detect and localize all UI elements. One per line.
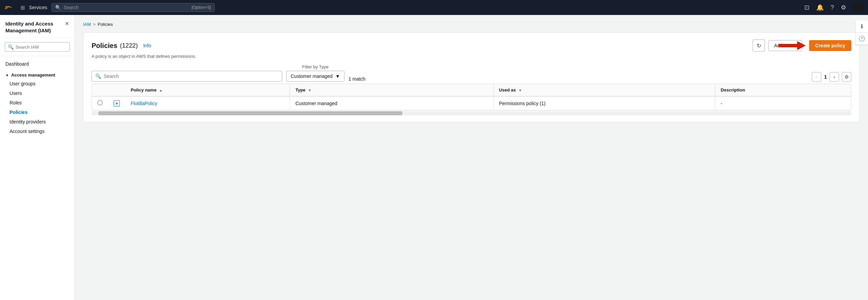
- row-expand-button[interactable]: +: [114, 100, 120, 106]
- actions-chevron-icon: ▼: [792, 43, 797, 48]
- page-number: 1: [824, 74, 827, 80]
- table-header: Policy name ▲ Type ▼ Used: [92, 84, 851, 96]
- match-count: 1 match: [349, 76, 366, 82]
- sort-policy-name-icon: ▲: [159, 88, 163, 92]
- policy-name-cell: FlotillaPolicy: [125, 96, 290, 110]
- col-description: Description: [715, 84, 851, 96]
- sidebar: Identity and Access Management (IAM) ✕ 🔍…: [0, 15, 75, 300]
- panel-description: A policy is an object in AWS that define…: [92, 54, 851, 59]
- sidebar-header: Identity and Access Management (IAM) ✕: [0, 15, 75, 38]
- table-row: + FlotillaPolicy Customer managed Permis…: [92, 96, 851, 110]
- sidebar-search[interactable]: 🔍: [5, 42, 70, 52]
- panel-title: Policies: [92, 42, 117, 50]
- triangle-icon: ▼: [5, 73, 9, 77]
- policies-table: Policy name ▲ Type ▼ Used: [92, 84, 851, 110]
- policy-used-as-cell: Permissions policy (1): [494, 96, 715, 110]
- col-type[interactable]: Type ▼: [290, 84, 493, 96]
- policies-panel: Policies (1222) Info ↻ Actions ▼: [83, 32, 860, 122]
- col-policy-name[interactable]: Policy name ▲: [125, 84, 290, 96]
- sidebar-title: Identity and Access Management (IAM): [5, 20, 65, 34]
- help-icon[interactable]: ?: [831, 4, 834, 11]
- filter-type-value: Customer managed: [291, 73, 333, 79]
- table-scrollbar[interactable]: [92, 111, 851, 115]
- search-wrap: 🔍: [92, 71, 282, 82]
- policy-search-input[interactable]: [104, 73, 278, 79]
- top-navigation: aws ⊞ Services 🔍 [Option+S] ⊡ 🔔 ? ⚙: [0, 0, 868, 15]
- panel-count: (1222): [120, 42, 138, 49]
- filter-dropdown-icon: ▼: [335, 73, 340, 79]
- aws-logo[interactable]: aws: [4, 4, 16, 11]
- actions-label: Actions: [774, 43, 790, 48]
- main-content: IAM > Policies Policies (1222) Info ↻ Ac…: [75, 15, 868, 300]
- right-panel-icons: ℹ 🕐: [855, 20, 868, 45]
- row-expand-cell[interactable]: +: [108, 96, 125, 110]
- sidebar-search-wrap: 🔍: [0, 38, 75, 56]
- info-link[interactable]: Info: [143, 43, 151, 48]
- sidebar-close-button[interactable]: ✕: [65, 20, 69, 27]
- col-used-as[interactable]: Used as ▼: [494, 84, 715, 96]
- policy-type-cell: Customer managed: [290, 96, 493, 110]
- panel-actions: ↻ Actions ▼ Create policy: [753, 39, 851, 52]
- row-radio-button[interactable]: [97, 100, 103, 105]
- search-icon: 🔍: [55, 5, 61, 10]
- grid-icon[interactable]: ⊞: [20, 4, 25, 11]
- pagination: ‹ 1 › ⚙: [812, 72, 851, 82]
- sidebar-item-roles[interactable]: Roles: [0, 98, 75, 107]
- sidebar-item-user-groups[interactable]: User groups: [0, 79, 75, 88]
- policies-table-scroll: Policy name ▲ Type ▼ Used: [92, 84, 851, 111]
- next-page-button[interactable]: ›: [830, 72, 839, 82]
- right-clock-icon[interactable]: 🕐: [856, 33, 868, 45]
- prev-page-button[interactable]: ‹: [812, 72, 821, 82]
- user-avatar[interactable]: [853, 2, 864, 13]
- sidebar-item-identity-providers[interactable]: Identity providers: [0, 117, 75, 127]
- global-search[interactable]: 🔍 [Option+S]: [51, 3, 215, 12]
- breadcrumb-current: Policies: [98, 22, 113, 27]
- sidebar-nav: Dashboard ▼ Access management User group…: [0, 56, 75, 139]
- table-body: + FlotillaPolicy Customer managed Permis…: [92, 96, 851, 110]
- actions-button[interactable]: Actions ▼: [768, 40, 802, 51]
- breadcrumb-iam-link[interactable]: IAM: [83, 22, 91, 27]
- sort-used-as-icon: ▼: [518, 88, 522, 92]
- sidebar-item-users[interactable]: Users: [0, 88, 75, 98]
- filter-type-group: Filter by Type Customer managed ▼: [286, 64, 344, 82]
- sidebar-item-policies[interactable]: Policies: [0, 107, 75, 117]
- sidebar-search-icon: 🔍: [8, 44, 14, 50]
- row-select-cell[interactable]: [92, 96, 108, 110]
- nav-icons: ⊡ 🔔 ? ⚙: [804, 2, 864, 13]
- sidebar-item-account-settings[interactable]: Account settings: [0, 127, 75, 136]
- panel-title-group: Policies (1222) Info: [92, 42, 151, 50]
- policies-table-wrap: Policy name ▲ Type ▼ Used: [92, 84, 851, 111]
- sidebar-search-input[interactable]: [16, 45, 67, 50]
- global-search-input[interactable]: [64, 5, 189, 10]
- services-label[interactable]: Services: [29, 5, 47, 10]
- policy-name-link[interactable]: FlotillaPolicy: [131, 101, 157, 106]
- refresh-button[interactable]: ↻: [753, 39, 765, 52]
- search-shortcut: [Option+S]: [192, 5, 211, 10]
- col-select: [92, 84, 108, 96]
- table-settings-button[interactable]: ⚙: [842, 72, 851, 82]
- col-expand: [108, 84, 125, 96]
- dashboard-label: Dashboard: [5, 61, 29, 67]
- bell-icon[interactable]: 🔔: [816, 4, 824, 11]
- policy-search[interactable]: 🔍: [92, 71, 282, 82]
- panel-header: Policies (1222) Info ↻ Actions ▼: [92, 39, 851, 52]
- filter-by-type-label: Filter by Type: [286, 64, 344, 69]
- sidebar-section-access-management[interactable]: ▼ Access management: [0, 69, 75, 79]
- right-info-icon[interactable]: ℹ: [856, 20, 868, 33]
- svg-text:aws: aws: [5, 5, 10, 8]
- filter-type-dropdown[interactable]: Customer managed ▼: [286, 71, 344, 82]
- create-policy-button[interactable]: Create policy: [809, 40, 851, 51]
- sort-type-icon: ▼: [308, 88, 311, 92]
- sidebar-item-dashboard[interactable]: Dashboard: [0, 59, 75, 69]
- breadcrumb-separator: >: [93, 22, 96, 27]
- policy-description-cell: -: [715, 96, 851, 110]
- breadcrumb: IAM > Policies: [83, 22, 860, 27]
- search-icon: 🔍: [95, 73, 101, 79]
- settings-icon[interactable]: ⚙: [841, 4, 846, 11]
- terminal-icon[interactable]: ⊡: [804, 4, 809, 11]
